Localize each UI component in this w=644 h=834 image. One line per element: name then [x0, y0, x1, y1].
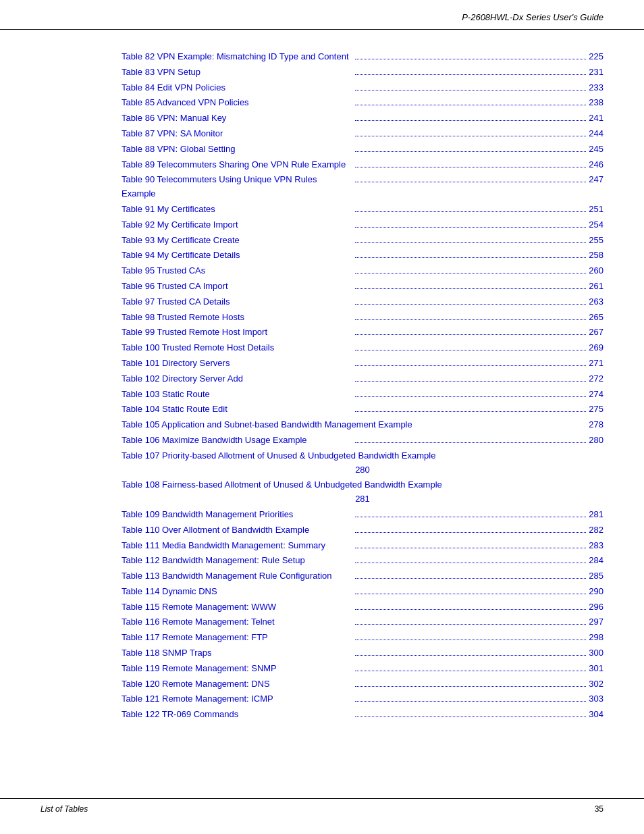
list-item: Table 110 Over Allotment of Bandwidth Ex…: [122, 523, 603, 538]
list-item: Table 120 Remote Management: DNS302: [122, 677, 603, 692]
list-item: Table 89 Telecommuters Sharing One VPN R…: [122, 158, 603, 172]
list-item: Table 99 Trusted Remote Host Import267: [122, 325, 603, 340]
list-item: Table 116 Remote Management: Telnet297: [122, 615, 603, 629]
page-container: P-2608HWL-Dx Series User's Guide Table 8…: [0, 0, 644, 834]
page-footer: List of Tables 35: [0, 798, 644, 814]
list-item: Table 100 Trusted Remote Host Details269: [122, 341, 603, 355]
list-item: Table 83 VPN Setup231: [122, 66, 603, 80]
list-item: Table 105 Application and Subnet-based B…: [122, 418, 603, 432]
list-item: Table 85 Advanced VPN Policies238: [122, 96, 603, 110]
list-item: Table 88 VPN: Global Setting245: [122, 142, 603, 157]
list-item: Table 113 Bandwidth Management Rule Conf…: [122, 569, 603, 583]
list-item: Table 108 Fairness-based Allotment of Un…: [122, 478, 603, 506]
list-item: Table 107 Priority-based Allotment of Un…: [122, 449, 603, 477]
list-item: Table 90 Telecommuters Using Unique VPN …: [122, 173, 603, 201]
list-item: Table 104 Static Route Edit275: [122, 402, 603, 417]
list-item: Table 114 Dynamic DNS290: [122, 585, 603, 599]
list-item: Table 94 My Certificate Details258: [122, 249, 603, 263]
page-header: P-2608HWL-Dx Series User's Guide: [0, 0, 644, 30]
list-item: Table 91 My Certificates251: [122, 203, 603, 217]
list-item: Table 111 Media Bandwidth Management: Su…: [122, 539, 603, 553]
list-item: Table 115 Remote Management: WWW296: [122, 600, 603, 615]
list-item: Table 118 SNMP Traps300: [122, 646, 603, 660]
list-item: Table 112 Bandwidth Management: Rule Set…: [122, 554, 603, 568]
list-item: Table 117 Remote Management: FTP298: [122, 631, 603, 645]
list-item: Table 92 My Certificate Import254: [122, 218, 603, 232]
list-item: Table 101 Directory Servers271: [122, 357, 603, 371]
list-item: Table 98 Trusted Remote Hosts265: [122, 311, 603, 325]
list-item: Table 103 Static Route274: [122, 388, 603, 402]
list-item: Table 82 VPN Example: Mismatching ID Typ…: [122, 50, 603, 64]
list-item: Table 106 Maximize Bandwidth Usage Examp…: [122, 434, 603, 448]
list-item: Table 102 Directory Server Add272: [122, 372, 603, 386]
list-item: Table 119 Remote Management: SNMP301: [122, 662, 603, 676]
footer-right: 35: [595, 804, 603, 814]
list-item: Table 93 My Certificate Create255: [122, 234, 603, 248]
footer-left: List of Tables: [41, 804, 88, 814]
list-item: Table 84 Edit VPN Policies233: [122, 81, 603, 95]
list-item: Table 122 TR-069 Commands304: [122, 708, 603, 722]
list-item: Table 95 Trusted CAs260: [122, 264, 603, 278]
list-item: Table 121 Remote Management: ICMP303: [122, 692, 603, 706]
list-item: Table 87 VPN: SA Monitor244: [122, 127, 603, 141]
list-item: Table 86 VPN: Manual Key241: [122, 111, 603, 126]
list-item: Table 97 Trusted CA Details263: [122, 295, 603, 309]
toc-content: Table 82 VPN Example: Mismatching ID Typ…: [0, 30, 644, 750]
list-item: Table 96 Trusted CA Import261: [122, 280, 603, 294]
list-item: Table 109 Bandwidth Management Prioritie…: [122, 508, 603, 522]
header-title: P-2608HWL-Dx Series User's Guide: [462, 12, 603, 22]
